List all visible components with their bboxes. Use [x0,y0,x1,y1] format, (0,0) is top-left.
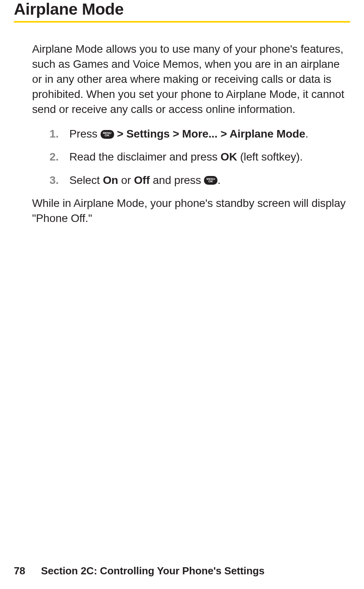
outro-paragraph: While in Airplane Mode, your phone's sta… [32,196,346,226]
step-number: 2. [50,149,69,164]
step-2: 2. Read the disclaimer and press OK (lef… [50,149,346,164]
step-text: or [118,174,134,186]
intro-paragraph: Airplane Mode allows you to use many of … [32,42,346,117]
step-text: and press [150,174,204,186]
step-number: 1. [50,126,69,142]
steps-list: 1. Press MENUOK > Settings > More... > A… [50,126,346,187]
step-text: Select [69,174,103,186]
step-text: . [217,174,221,186]
step-text: . [305,128,309,140]
step-nav-path: > Settings > More... > Airplane Mode [114,128,305,140]
step-1: 1. Press MENUOK > Settings > More... > A… [50,126,346,142]
step-bold: OK [221,151,237,163]
heading-rule [14,21,350,23]
step-bold: Off [134,174,150,186]
step-bold: On [103,174,118,186]
step-text: (left softkey). [237,151,303,163]
step-body: Read the disclaimer and press OK (left s… [69,149,346,164]
step-text: Press [69,128,101,140]
page-number: 78 [14,565,25,577]
menu-ok-icon: MENUOK [204,176,217,185]
section-label: Section 2C: Controlling Your Phone's Set… [41,565,265,577]
step-number: 3. [50,173,69,188]
icon-label-ok: OK [208,180,213,183]
page-footer: 78 Section 2C: Controlling Your Phone's … [0,565,364,577]
icon-label-ok: OK [105,134,109,137]
page-heading: Airplane Mode [14,0,350,19]
step-3: 3. Select On or Off and press MENUOK. [50,173,346,188]
menu-ok-icon: MENUOK [101,130,114,139]
step-body: Press MENUOK > Settings > More... > Airp… [69,126,346,142]
step-text: Read the disclaimer and press [69,151,221,163]
step-body: Select On or Off and press MENUOK. [69,173,346,188]
